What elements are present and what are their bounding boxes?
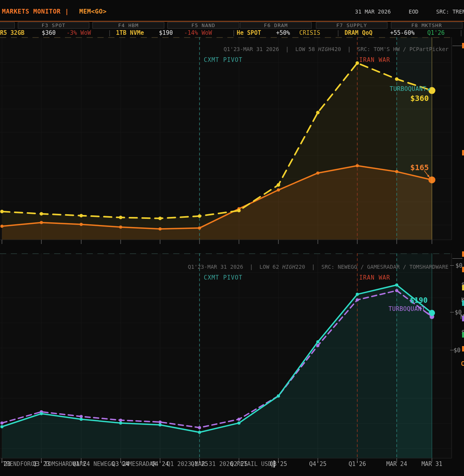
tab-f5-nand[interactable]: F5 NAND [167,22,239,29]
legend-swatch-fragment [462,346,464,351]
ticker-segment-0: R5 32GB [0,29,24,36]
tab-f8-mktshr[interactable]: F8 MKTSHR [391,22,462,29]
app-title: MARKETS MONITOR [2,8,61,15]
header-date: 31 MAR 2026 [355,9,391,15]
tab-f7-supply[interactable]: F7 SUPPLY [316,22,387,29]
ticker-segment-8: He SPOT [237,29,261,36]
x-axis-label: Q1'26 [348,461,366,467]
x-axis-label: Q3'24 [112,461,129,467]
ticker-segment-13: +55-60% [390,29,415,36]
spot-price-chart [0,37,464,245]
tab-partial[interactable] [0,22,15,29]
retail-price-chart [0,253,464,462]
annotation-iran-war-top: IRAN WAR [359,56,390,63]
x-axis-label: Q2'25 [230,461,247,467]
ticker-segment-1: $360 [42,29,56,36]
ticker-row: R5 32GB$360-3% WoW|1TB NVMe$190-14% WoW|… [0,28,464,37]
ticker-segment-4: 1TB NVMe [116,29,144,36]
tab-f4-hbm[interactable]: F4 HBM [92,22,164,29]
legend-swatch-fragment [462,285,464,290]
markets-monitor-terminal: { "header": { "title": "MARKETS MONITOR"… [0,0,464,476]
header-source: SRC: TREN [436,9,464,15]
axis-tick-fragment [452,258,462,259]
callout-turboquant-bottom: TURBOQUANT [348,305,425,312]
callout-price-165: $165 [402,163,437,172]
tab-f6-dram[interactable]: F6 DRAM [240,22,312,29]
axis-tick-fragment [450,265,454,266]
ticker-segment-14: Q1'26 [427,29,445,36]
chart-meta-top: Q1'23-MAR 31 2026 | LOW 58 HIGH420 | SRC… [217,40,449,52]
x-axis-label: Q3'23 [32,461,50,467]
legend-swatch-fragment [462,251,464,257]
x-axis-label: Q4'24 [151,461,169,467]
callout-price-360: $360 [402,94,437,103]
ticker-segment-15: | [459,29,463,36]
annotation-cxmt-pivot-bottom: CXMT PIVOT [204,274,242,281]
legend-swatch-fragment [462,332,464,338]
legend-swatch-fragment [462,43,464,48]
header-session: EOD [409,9,418,15]
legend-label-fragment: $0 [454,347,461,354]
terminal-command[interactable]: MEM<GO> [79,8,107,15]
annotation-iran-war-bottom: IRAN WAR [359,274,390,281]
ticker-segment-3: | [108,29,111,36]
ticker-segment-7: | [232,29,235,36]
x-axis-label: Q1'23 [0,461,11,467]
legend-swatch-fragment [462,150,464,155]
legend-label-fragment: $0 [455,262,462,269]
ticker-segment-12: DRAM QoQ [345,29,372,36]
ticker-segment-10: CRISIS [299,29,320,36]
tab-f3-spot[interactable]: F3 SPOT [18,22,89,29]
legend-swatch-fragment [462,300,464,306]
legend-swatch-fragment [462,316,464,321]
header-rule [0,21,464,22]
axis-tick-fragment [452,46,462,46]
title-separator: | [65,8,69,15]
ticker-segment-9: +50% [276,29,290,36]
ticker-segment-5: $190 [159,29,173,36]
x-axis-label: MAR 24 [386,461,407,467]
annotation-cxmt-pivot-top: CXMT PIVOT [204,56,242,63]
callout-price-190: $190 [401,296,436,304]
x-axis-label: Q1'25 [191,461,208,467]
x-axis-label: Q1'24 [72,461,90,467]
legend-label-fragment: C [461,360,464,367]
x-axis-label: MAR 31 [421,461,442,467]
x-axis-label: Q3'25 [270,461,287,467]
ticker-segment-11: | [336,29,340,36]
title-bar: MARKETS MONITOR | MEM<GO> 31 MAR 2026 EO… [0,0,464,21]
x-axis-label: Q4'25 [309,461,326,467]
axis-tick-fragment [450,312,454,312]
ticker-segment-2: -3% WoW [67,29,91,36]
callout-turboquant-top: TURBOQUANT [349,85,426,92]
legend-swatch-fragment [462,267,464,272]
chart-meta-bottom: Q1'23-MAR 31 2026 | LOW 62 HIGH220 | SRC… [181,258,449,270]
ticker-segment-6: -14% WoW [184,29,212,36]
